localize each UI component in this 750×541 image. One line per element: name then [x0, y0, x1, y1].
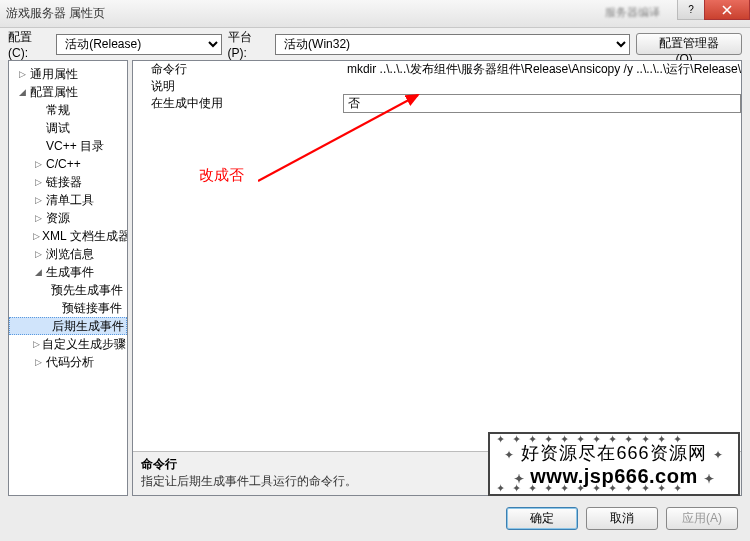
tree-item-0[interactable]: ▷通用属性 — [9, 65, 127, 83]
tree-item-7[interactable]: ▷清单工具 — [9, 191, 127, 209]
property-panel: 命令行mkdir ..\..\..\发布组件\服务器组件\Release\Ans… — [132, 60, 742, 496]
collapsed-icon[interactable]: ▷ — [33, 357, 44, 368]
platform-label: 平台(P): — [228, 29, 270, 60]
tree-item-14[interactable]: 后期生成事件 — [9, 317, 127, 335]
tree-item-2[interactable]: 常规 — [9, 101, 127, 119]
grid-key: 在生成中使用 — [133, 95, 343, 112]
platform-dropdown[interactable]: 活动(Win32) — [275, 34, 630, 55]
tree-item-10[interactable]: ▷浏览信息 — [9, 245, 127, 263]
ok-button[interactable]: 确定 — [506, 507, 578, 530]
no-expand-icon — [33, 123, 44, 134]
dialog-footer: 确定 取消 应用(A) — [0, 500, 750, 536]
config-manager-button[interactable]: 配置管理器(O)... — [636, 33, 742, 55]
no-expand-icon — [49, 303, 60, 314]
tree-item-8[interactable]: ▷资源 — [9, 209, 127, 227]
tree-item-16[interactable]: ▷代码分析 — [9, 353, 127, 371]
grid-key: 命令行 — [133, 61, 343, 78]
config-dropdown[interactable]: 活动(Release) — [56, 34, 221, 55]
collapsed-icon[interactable]: ▷ — [17, 69, 28, 80]
collapsed-icon[interactable]: ▷ — [33, 249, 44, 260]
tree-item-label: 预链接事件 — [62, 300, 122, 317]
config-toolbar: 配置(C): 活动(Release) 平台(P): 活动(Win32) 配置管理… — [0, 28, 750, 60]
grid-value[interactable]: 否 — [343, 94, 741, 113]
tree-item-12[interactable]: 预先生成事件 — [9, 281, 127, 299]
title-bar: 游戏服务器 属性页 服务器编译 ? — [0, 0, 750, 28]
blurred-text: 服务器编译 — [605, 5, 660, 20]
cancel-button[interactable]: 取消 — [586, 507, 658, 530]
tree-item-5[interactable]: ▷C/C++ — [9, 155, 127, 173]
window-buttons: ? — [678, 0, 750, 20]
tree-item-label: 清单工具 — [46, 192, 94, 209]
tree-item-label: 自定义生成步骤 — [42, 336, 126, 353]
expanded-icon[interactable]: ◢ — [33, 267, 44, 278]
collapsed-icon[interactable]: ▷ — [33, 213, 44, 224]
tree-item-label: 代码分析 — [46, 354, 94, 371]
tree-item-3[interactable]: 调试 — [9, 119, 127, 137]
window-title: 游戏服务器 属性页 — [6, 5, 105, 22]
tree-item-label: 常规 — [46, 102, 70, 119]
property-tree[interactable]: ▷通用属性◢配置属性常规调试VC++ 目录▷C/C++▷链接器▷清单工具▷资源▷… — [8, 60, 128, 496]
tree-item-label: XML 文档生成器 — [42, 228, 128, 245]
no-expand-icon — [33, 141, 44, 152]
collapsed-icon[interactable]: ▷ — [33, 339, 40, 350]
property-grid[interactable]: 命令行mkdir ..\..\..\发布组件\服务器组件\Release\Ans… — [133, 61, 741, 451]
grid-row-2[interactable]: 在生成中使用否 — [133, 95, 741, 112]
tree-item-label: 资源 — [46, 210, 70, 227]
tree-item-label: 调试 — [46, 120, 70, 137]
tree-item-1[interactable]: ◢配置属性 — [9, 83, 127, 101]
question-icon: ? — [688, 4, 694, 15]
collapsed-icon[interactable]: ▷ — [33, 195, 44, 206]
watermark: ✦ ✦ ✦ ✦ ✦ ✦ ✦ ✦ ✦ ✦ ✦ ✦ ✦ ✦ ✦ ✦ ✦ ✦ ✦ ✦ … — [488, 432, 740, 496]
close-icon — [722, 5, 732, 15]
tree-item-label: C/C++ — [46, 157, 81, 171]
close-button[interactable] — [704, 0, 750, 20]
tree-item-label: 通用属性 — [30, 66, 78, 83]
apply-button[interactable]: 应用(A) — [666, 507, 738, 530]
tree-item-6[interactable]: ▷链接器 — [9, 173, 127, 191]
tree-item-label: 配置属性 — [30, 84, 78, 101]
tree-item-4[interactable]: VC++ 目录 — [9, 137, 127, 155]
tree-item-label: VC++ 目录 — [46, 138, 104, 155]
collapsed-icon[interactable]: ▷ — [33, 159, 44, 170]
tree-item-label: 预先生成事件 — [51, 282, 123, 299]
tree-item-9[interactable]: ▷XML 文档生成器 — [9, 227, 127, 245]
tree-item-label: 后期生成事件 — [52, 318, 124, 335]
grid-value[interactable]: mkdir ..\..\..\发布组件\服务器组件\Release\Ansico… — [343, 61, 741, 78]
tree-item-13[interactable]: 预链接事件 — [9, 299, 127, 317]
tree-item-label: 浏览信息 — [46, 246, 94, 263]
tree-item-15[interactable]: ▷自定义生成步骤 — [9, 335, 127, 353]
grid-row-0[interactable]: 命令行mkdir ..\..\..\发布组件\服务器组件\Release\Ans… — [133, 61, 741, 78]
help-button[interactable]: ? — [677, 0, 705, 20]
grid-row-1[interactable]: 说明 — [133, 78, 741, 95]
tree-item-label: 链接器 — [46, 174, 82, 191]
collapsed-icon[interactable]: ▷ — [33, 231, 40, 242]
expanded-icon[interactable]: ◢ — [17, 87, 28, 98]
no-expand-icon — [33, 105, 44, 116]
tree-item-11[interactable]: ◢生成事件 — [9, 263, 127, 281]
collapsed-icon[interactable]: ▷ — [33, 177, 44, 188]
config-label: 配置(C): — [8, 29, 50, 60]
grid-key: 说明 — [133, 78, 343, 95]
tree-item-label: 生成事件 — [46, 264, 94, 281]
annotation-text: 改成否 — [199, 166, 244, 185]
